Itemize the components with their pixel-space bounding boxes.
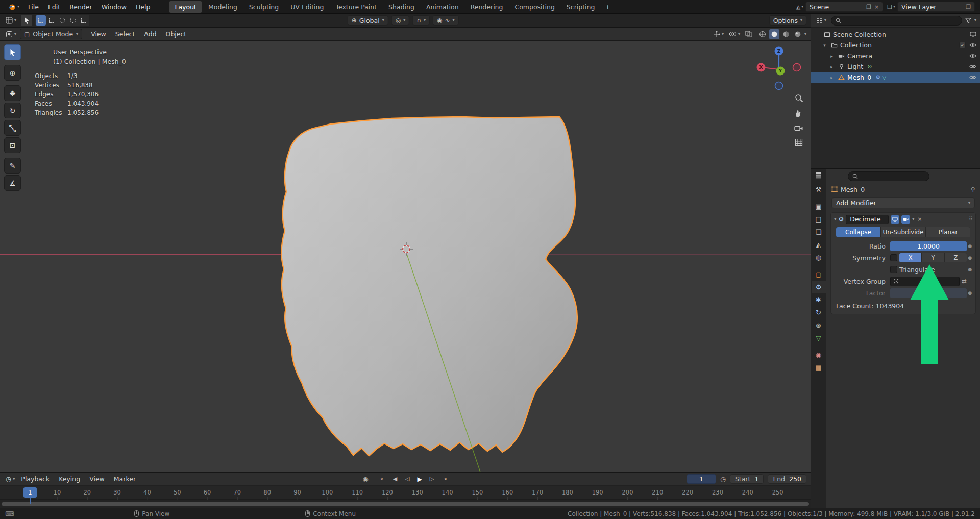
menu-render[interactable]: Render <box>65 2 97 12</box>
viewport-editor-type-button[interactable]: ▾ <box>4 31 18 38</box>
workspace-tab-animation[interactable]: Animation <box>421 1 464 13</box>
rotate-tool-button[interactable]: ↻ <box>4 103 21 118</box>
gizmo-x-axis[interactable]: X <box>760 65 763 70</box>
menu-marker[interactable]: Marker <box>109 474 140 484</box>
zoom-icon[interactable] <box>795 94 803 103</box>
expander-icon[interactable]: ▸ <box>828 64 835 69</box>
gizmo-x-negative[interactable] <box>793 64 801 71</box>
menu-file[interactable]: File <box>23 2 43 12</box>
properties-search-field[interactable] <box>848 171 929 181</box>
properties-tab-modifiers[interactable]: ⚙ <box>812 281 826 293</box>
timeline-editor-type-button[interactable]: ◷ ▾ <box>4 475 16 483</box>
jump-to-keyframe-next-button[interactable]: ▷ <box>426 475 437 484</box>
workspace-tab-layout[interactable]: Layout <box>169 1 202 13</box>
invert-vertex-group-icon[interactable]: ⇄ <box>962 278 967 285</box>
snap-dropdown[interactable]: ∩ ▾ <box>412 15 430 26</box>
properties-tab-scene[interactable]: ◭ <box>812 238 826 251</box>
auto-keying-toggle[interactable]: ◉ <box>361 475 370 484</box>
timeline-ruler[interactable]: 1102030405060708090100110120130140150160… <box>0 486 811 500</box>
pin-icon[interactable]: ⚲ <box>971 186 975 193</box>
menu-playback[interactable]: Playback <box>16 474 54 484</box>
symmetry-axis-y[interactable]: Y <box>922 253 944 262</box>
interaction-mode-dropdown[interactable]: ▢ Object Mode ▾ <box>20 29 82 39</box>
end-frame-field[interactable]: End 250 <box>768 474 806 484</box>
outliner-row-light[interactable]: ▸Light⊙ <box>811 61 980 72</box>
workspace-tab-texture-paint[interactable]: Texture Paint <box>330 1 382 13</box>
shading-wireframe-button[interactable] <box>757 29 768 39</box>
symmetry-axis-z[interactable]: Z <box>945 253 967 262</box>
symmetry-checkbox[interactable] <box>890 254 897 261</box>
menu-view[interactable]: View <box>85 474 109 484</box>
workspace-tab-uv-editing[interactable]: UV Editing <box>285 1 329 13</box>
display-realtime-toggle[interactable] <box>891 215 899 224</box>
copy-icon[interactable]: ❐ <box>966 4 971 10</box>
workspace-tab-rendering[interactable]: Rendering <box>465 1 509 13</box>
decimate-mode-collapse[interactable]: Collapse <box>836 227 880 237</box>
animate-dot-icon[interactable]: ● <box>967 290 973 295</box>
add-modifier-button[interactable]: Add Modifier ▾ <box>831 197 975 208</box>
properties-editor-type-button[interactable] <box>815 172 822 179</box>
proportional-editing-dropdown[interactable]: ◉ ∿ ▾ <box>433 15 459 26</box>
triangulate-checkbox[interactable] <box>890 266 897 273</box>
decimate-mode-un-subdivide[interactable]: Un-Subdivide <box>881 227 925 237</box>
select-mode-extend[interactable] <box>79 15 89 26</box>
modifier-name-field[interactable]: Decimate <box>846 215 889 224</box>
menu-view[interactable]: View <box>86 29 111 39</box>
modifier-extras-dropdown[interactable]: ▾ <box>912 217 914 221</box>
camera-view-icon[interactable] <box>794 125 803 132</box>
jump-to-start-button[interactable]: ⇤ <box>377 475 388 484</box>
tweak-select-tool-button[interactable] <box>4 44 21 60</box>
workspace-tab-scripting[interactable]: Scripting <box>561 1 601 13</box>
expander-icon[interactable]: ▾ <box>821 43 828 48</box>
properties-tab-output[interactable]: ▤ <box>812 213 826 226</box>
properties-tab-texture[interactable]: ▦ <box>812 361 826 374</box>
gizmo-z-axis[interactable]: Z <box>777 48 781 54</box>
animate-dot-icon[interactable]: ● <box>967 267 973 272</box>
drag-handle-icon[interactable]: ⠿ <box>969 216 972 223</box>
copy-icon[interactable]: ❐ <box>866 4 871 10</box>
menu-add[interactable]: Add <box>139 29 161 39</box>
viewport-3d[interactable]: User Perspective (1) Collection | Mesh_0… <box>0 41 811 472</box>
close-modifier-button[interactable]: × <box>917 216 922 223</box>
measure-tool-button[interactable]: ∡ <box>4 175 21 191</box>
chevron-down-icon[interactable]: ▾ <box>974 18 976 22</box>
workspace-tab-compositing[interactable]: Compositing <box>509 1 560 13</box>
pan-icon[interactable] <box>795 109 803 118</box>
filter-icon[interactable] <box>965 18 971 23</box>
menu-object[interactable]: Object <box>161 29 191 39</box>
properties-tab-render[interactable]: ▣ <box>812 200 826 213</box>
properties-tab-constraints[interactable]: ⊛ <box>812 319 826 332</box>
expander-icon[interactable]: ▸ <box>828 54 835 59</box>
menu-keying[interactable]: Keying <box>54 474 85 484</box>
use-preview-range-icon[interactable]: ◷ <box>720 475 726 483</box>
animate-dot-icon[interactable]: ● <box>967 243 973 249</box>
properties-tab-object[interactable]: ▢ <box>812 268 826 281</box>
add-workspace-button[interactable]: + <box>601 2 614 12</box>
properties-tab-view-layer[interactable]: ❏ <box>812 226 826 238</box>
outliner-search-field[interactable] <box>831 16 962 26</box>
blender-app-menu[interactable]: ▾ <box>5 3 22 11</box>
scene-browse-button[interactable]: ◭▾ <box>796 4 803 10</box>
select-mode-tweak[interactable] <box>36 15 46 26</box>
outliner-row-camera[interactable]: ▸Camera <box>811 51 980 61</box>
shading-solid-button[interactable] <box>769 29 779 39</box>
view-layer-name-field[interactable]: View Layer ❐ <box>897 2 975 12</box>
decimate-mode-planar[interactable]: Planar <box>926 227 970 237</box>
outliner-row-collection[interactable]: ▾Collection✓ <box>811 40 980 51</box>
grid-view-icon[interactable] <box>795 138 803 146</box>
active-tool-icon[interactable] <box>21 15 32 26</box>
properties-tab-particles[interactable]: ✱ <box>812 293 826 306</box>
scale-tool-button[interactable]: ↖↘ <box>4 120 21 136</box>
symmetry-axis-x[interactable]: X <box>899 253 921 262</box>
properties-tab-material[interactable]: ◉ <box>812 349 826 361</box>
show-overlays-dropdown[interactable]: ▾ <box>729 31 740 37</box>
current-frame-field[interactable]: 1 <box>687 474 716 484</box>
mesh-object[interactable] <box>276 107 592 464</box>
hide-eye-toggle[interactable] <box>969 53 976 59</box>
properties-tab-physics[interactable]: ↻ <box>812 306 826 319</box>
transform-tool-button[interactable]: ⊡ <box>4 137 21 153</box>
animate-dot-icon[interactable]: ● <box>967 255 973 260</box>
current-frame-marker[interactable]: 1 <box>23 487 37 498</box>
unlink-icon[interactable]: × <box>874 4 879 10</box>
shading-rendered-button[interactable] <box>793 29 803 39</box>
